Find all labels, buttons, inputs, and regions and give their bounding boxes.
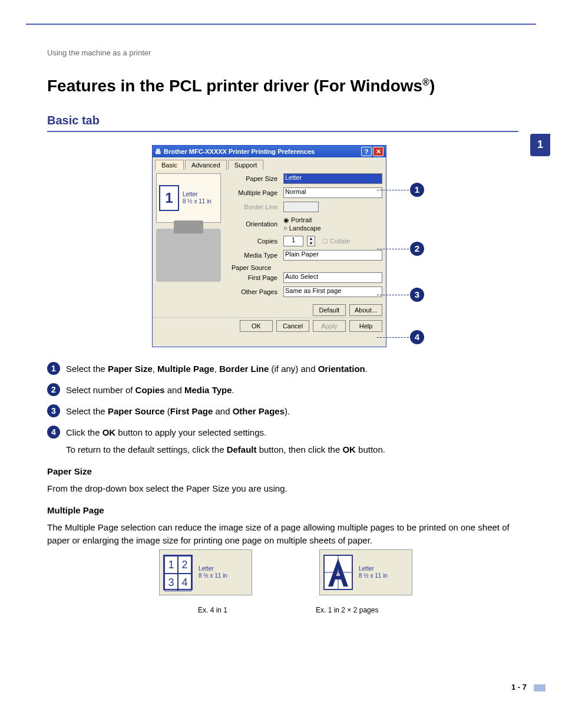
- first-page-select[interactable]: Auto Select: [283, 272, 382, 283]
- first-page-label: First Page: [232, 274, 280, 281]
- copies-input[interactable]: 1: [283, 236, 303, 246]
- orientation-portrait-radio[interactable]: ◉ Portrait: [283, 216, 321, 224]
- title-post: ): [429, 77, 435, 95]
- top-rule: [26, 24, 536, 25]
- example-4in1-caption: Ex. 4 in 1: [198, 606, 227, 614]
- close-titlebar-button[interactable]: ✕: [373, 147, 384, 156]
- section-heading: Basic tab: [47, 114, 100, 127]
- border-line-label: Border Line: [232, 203, 280, 210]
- printing-preferences-dialog: 🖶 Brother MFC-XXXXX Printer Printing Pre…: [152, 145, 386, 347]
- media-type-select[interactable]: Plain Paper: [283, 250, 382, 261]
- page-preview-icon: 1: [159, 185, 179, 211]
- example-1in2x2-icon: [323, 555, 353, 590]
- step-4-subtext: To return to the default settings, click…: [66, 443, 518, 456]
- example-4in1: 1234 Letter8 ½ x 11 in: [159, 549, 252, 595]
- step-badge-3: 3: [47, 404, 60, 417]
- example-1in2x2: Letter8 ½ x 11 in: [319, 549, 412, 595]
- footer-mark: [534, 684, 546, 691]
- other-pages-label: Other Pages: [232, 288, 280, 295]
- multiple-page-label: Multiple Page: [232, 189, 280, 196]
- paper-size-label: Paper Size: [232, 175, 280, 182]
- border-line-select: [283, 202, 319, 212]
- step-text-3: Select the Paper Source (First Page and …: [66, 404, 518, 419]
- dialog-titlebar: 🖶 Brother MFC-XXXXX Printer Printing Pre…: [153, 146, 386, 157]
- media-type-label: Media Type: [232, 252, 280, 259]
- multiple-page-subhead: Multiple Page: [47, 503, 518, 518]
- about-button[interactable]: About...: [349, 304, 382, 316]
- page-footer: 1 - 7: [511, 683, 527, 691]
- dialog-title: Brother MFC-XXXXX Printer Printing Prefe…: [164, 148, 315, 155]
- orientation-landscape-radio[interactable]: ○ Landscape: [283, 224, 321, 232]
- paper-size-body: From the drop-down box select the Paper …: [47, 482, 518, 495]
- callout-dash-4: [377, 337, 409, 338]
- paper-source-header: Paper Source: [232, 264, 382, 271]
- tab-advanced[interactable]: Advanced: [185, 160, 227, 170]
- page-title: Features in the PCL printer driver (For …: [47, 77, 435, 95]
- other-pages-select[interactable]: Same as First page: [283, 286, 382, 297]
- callout-3: 3: [410, 288, 424, 302]
- help-button[interactable]: Help: [349, 320, 382, 332]
- printer-image: [156, 229, 221, 282]
- step-badge-1: 1: [47, 362, 60, 375]
- callout-dash-2: [377, 249, 409, 249]
- cancel-button[interactable]: Cancel: [276, 320, 309, 332]
- page-preview-text: Letter8 ½ x 11 in: [183, 191, 211, 205]
- ok-button[interactable]: OK: [240, 320, 273, 332]
- callout-1: 1: [410, 183, 424, 197]
- window-icon: 🖶: [155, 148, 161, 155]
- help-titlebar-button[interactable]: ?: [361, 147, 372, 156]
- orientation-label: Orientation: [232, 220, 280, 228]
- step-text-2: Select number of Copies and Media Type.: [66, 383, 518, 397]
- title-sup: ®: [422, 77, 429, 87]
- step-badge-4: 4: [47, 426, 60, 439]
- multiple-page-select[interactable]: Normal: [283, 187, 382, 198]
- instructions-block: 1 Select the Paper Size, Multiple Page, …: [47, 362, 518, 547]
- step-text-1: Select the Paper Size, Multiple Page, Bo…: [66, 362, 518, 376]
- step-badge-2: 2: [47, 383, 60, 396]
- title-pre: Features in the PCL printer driver (For …: [47, 77, 422, 95]
- chapter-tab: 1: [530, 134, 550, 156]
- callout-dash-1: [377, 190, 409, 190]
- paper-size-subhead: Paper Size: [47, 465, 518, 479]
- tab-support[interactable]: Support: [228, 160, 264, 170]
- step-text-4: Click the OK button to apply your select…: [66, 426, 518, 440]
- copies-spinner[interactable]: ▲▼: [307, 236, 315, 246]
- multiple-page-body: The Multiple Page selection can reduce t…: [47, 521, 518, 547]
- collate-checkbox: ☐ Collate: [322, 238, 350, 245]
- apply-button[interactable]: Apply: [313, 320, 346, 332]
- dialog-tabs: Basic Advanced Support: [153, 157, 386, 170]
- page-preview: 1 Letter8 ½ x 11 in: [156, 173, 221, 223]
- examples-row: 1234 Letter8 ½ x 11 in Letter8 ½ x 11 in: [159, 549, 412, 595]
- paper-size-select[interactable]: Letter: [283, 173, 382, 184]
- callout-2: 2: [410, 242, 424, 256]
- example-4in1-grid: 1234: [163, 555, 193, 590]
- copies-label: Copies: [232, 238, 280, 245]
- section-rule: [47, 131, 518, 132]
- callout-dash-3: [377, 295, 409, 295]
- tab-basic[interactable]: Basic: [155, 160, 184, 170]
- callout-4: 4: [410, 330, 424, 344]
- example-1in2x2-caption: Ex. 1 in 2 × 2 pages: [316, 606, 378, 614]
- breadcrumb: Using the machine as a printer: [47, 48, 151, 57]
- default-button[interactable]: Default: [313, 304, 346, 316]
